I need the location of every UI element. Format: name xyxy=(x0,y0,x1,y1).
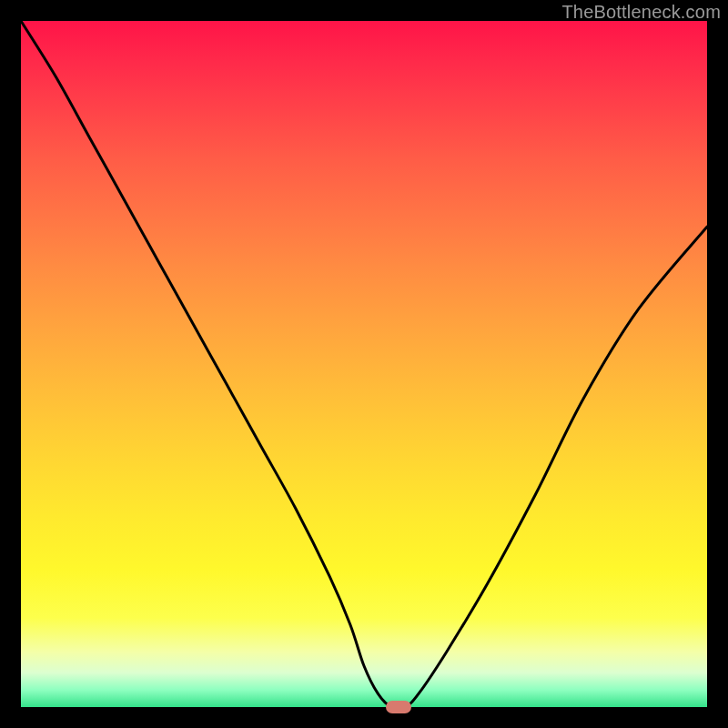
watermark-text: TheBottleneck.com xyxy=(561,2,721,23)
plot-area xyxy=(21,21,707,707)
chart-frame: TheBottleneck.com xyxy=(0,0,728,728)
bottleneck-curve xyxy=(21,21,707,707)
optimum-marker xyxy=(386,701,411,713)
